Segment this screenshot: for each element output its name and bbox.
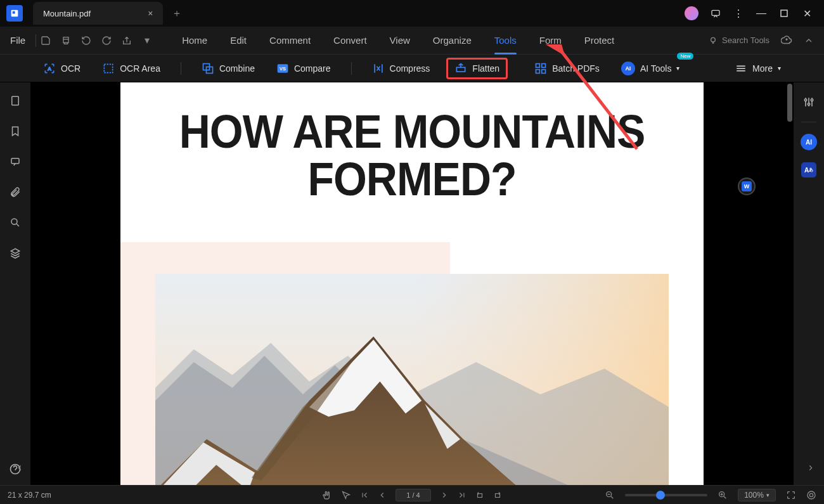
print-icon[interactable]: [60, 35, 72, 46]
separator: [801, 122, 816, 122]
hand-tool-icon[interactable]: [322, 490, 332, 500]
chevron-up-icon[interactable]: [804, 36, 814, 46]
fullscreen-icon[interactable]: [786, 490, 796, 500]
toolbar: A OCR OCR Area Combine VS Compare Compre…: [0, 55, 824, 82]
search-tools[interactable]: Search Tools: [708, 36, 769, 46]
more-label: More: [752, 63, 773, 74]
chat-icon[interactable]: [710, 8, 721, 19]
separator: [181, 62, 181, 75]
tab-home[interactable]: Home: [182, 32, 207, 48]
read-mode-icon[interactable]: [806, 490, 816, 500]
tab-protect[interactable]: Protect: [584, 32, 615, 48]
next-page-icon[interactable]: [440, 491, 449, 500]
flatten-label: Flatten: [472, 63, 499, 74]
next-page-side[interactable]: [806, 463, 815, 472]
window-maximize-icon[interactable]: [778, 8, 790, 19]
last-page-icon[interactable]: [458, 491, 467, 500]
app-logo-icon: [6, 5, 23, 22]
settings-icon[interactable]: [801, 94, 817, 110]
flatten-button[interactable]: Flatten: [446, 58, 508, 79]
svg-rect-12: [457, 67, 465, 72]
combine-icon: [202, 62, 214, 75]
undo-icon[interactable]: [80, 35, 92, 46]
zoom-slider-thumb[interactable]: [656, 491, 665, 500]
nav-tabs: Home Edit Comment Convert View Organize …: [182, 32, 614, 48]
ocr-area-button[interactable]: OCR Area: [97, 58, 165, 79]
svg-line-23: [16, 224, 19, 226]
zoom-in-icon[interactable]: [718, 490, 728, 500]
layers-icon[interactable]: [8, 246, 22, 260]
compare-icon: VS: [276, 62, 289, 75]
user-avatar[interactable]: [685, 6, 698, 20]
dropdown-icon[interactable]: ▾: [141, 35, 153, 46]
svg-point-22: [11, 219, 17, 224]
zoom-slider[interactable]: [625, 494, 707, 496]
compare-button[interactable]: VS Compare: [271, 58, 336, 79]
kebab-menu-icon[interactable]: ⋮: [733, 8, 744, 19]
scrollbar-vertical[interactable]: [787, 84, 792, 122]
select-tool-icon[interactable]: [341, 490, 351, 500]
ocr-icon: A: [43, 62, 56, 75]
ai-tools-button[interactable]: AI AI Tools ▾ New: [616, 58, 685, 79]
file-menu[interactable]: File: [10, 35, 25, 46]
new-tab-button[interactable]: ＋: [172, 7, 182, 20]
ocr-button[interactable]: A OCR: [38, 58, 86, 79]
batch-button[interactable]: Batch PDFs: [529, 58, 605, 79]
cloud-icon[interactable]: [781, 35, 792, 46]
prev-page-icon[interactable]: [378, 491, 387, 500]
compress-button[interactable]: Compress: [367, 58, 435, 79]
svg-rect-7: [104, 64, 112, 72]
thumbnails-icon[interactable]: [8, 94, 22, 108]
tab-form[interactable]: Form: [539, 32, 562, 48]
translate-icon[interactable]: Aあ: [801, 162, 817, 178]
more-button[interactable]: More ▾: [730, 58, 786, 79]
page-number-input[interactable]: 1 /4: [396, 489, 431, 501]
zoom-select[interactable]: 100%▾: [738, 489, 776, 501]
save-icon[interactable]: [40, 35, 51, 46]
ai-sidebar-icon[interactable]: AI: [801, 134, 817, 150]
window-minimize-icon[interactable]: —: [756, 8, 767, 19]
rotate-left-icon[interactable]: [475, 491, 484, 500]
svg-rect-4: [63, 39, 68, 42]
search-icon[interactable]: [8, 216, 22, 229]
tab-close-icon[interactable]: ×: [148, 8, 153, 18]
tab-organize[interactable]: Organize: [433, 32, 472, 48]
first-page-icon[interactable]: [360, 491, 369, 500]
svg-text:A: A: [48, 65, 51, 71]
attachment-icon[interactable]: [8, 185, 22, 199]
page-dimensions: 21 x 29.7 cm: [8, 491, 51, 500]
window-close-icon[interactable]: ✕: [801, 8, 813, 19]
tab-tools[interactable]: Tools: [494, 32, 517, 48]
document-tab[interactable]: Mountain.pdf ×: [33, 2, 163, 25]
document-canvas[interactable]: HOW ARE MOUNTAINS FORMED?: [30, 82, 794, 485]
svg-rect-1: [13, 11, 15, 14]
tab-view[interactable]: View: [390, 32, 410, 48]
rotate-right-icon[interactable]: [493, 491, 502, 500]
svg-point-45: [808, 491, 815, 499]
ai-tools-label: AI Tools: [640, 63, 672, 74]
zoom-out-icon[interactable]: [605, 490, 615, 500]
bookmark-icon[interactable]: [8, 124, 22, 138]
search-tools-label: Search Tools: [722, 36, 769, 45]
comment-icon[interactable]: [8, 155, 22, 169]
compress-label: Compress: [390, 63, 430, 74]
page-image-area: [120, 242, 704, 485]
svg-point-29: [811, 99, 813, 101]
ocr-area-label: OCR Area: [120, 63, 160, 74]
ocr-area-icon: [102, 62, 115, 75]
prev-page-side[interactable]: [15, 463, 24, 472]
tab-comment[interactable]: Comment: [269, 32, 311, 48]
svg-rect-14: [542, 63, 546, 67]
page-current: 1: [406, 491, 410, 499]
right-rail: AI Aあ: [794, 82, 824, 485]
convert-word-badge[interactable]: W: [738, 178, 756, 195]
combine-button[interactable]: Combine: [196, 58, 260, 79]
batch-icon: [534, 62, 547, 75]
svg-point-46: [809, 493, 813, 496]
redo-icon[interactable]: [101, 35, 112, 46]
share-icon[interactable]: [121, 35, 132, 46]
tab-convert[interactable]: Convert: [333, 32, 367, 48]
tab-edit[interactable]: Edit: [230, 32, 247, 48]
compare-label: Compare: [294, 63, 331, 74]
svg-rect-3: [781, 10, 787, 16]
